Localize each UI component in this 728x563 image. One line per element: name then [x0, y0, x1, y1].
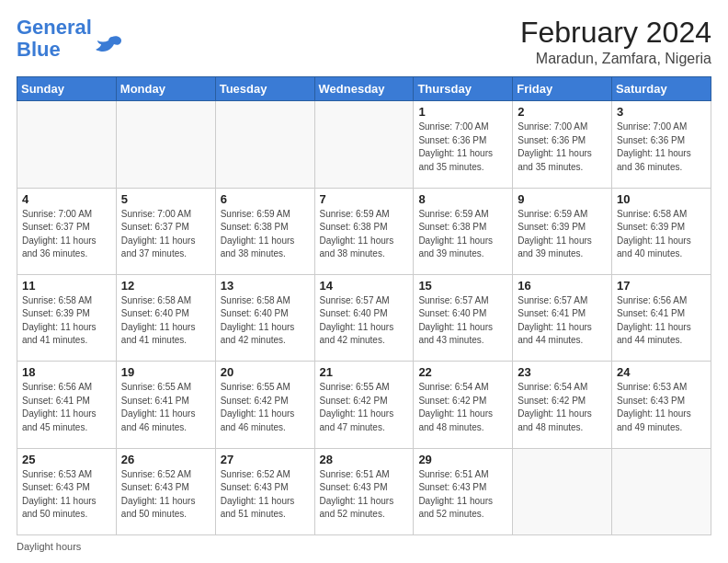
calendar-cell: 25Sunrise: 6:53 AM Sunset: 6:43 PM Dayli…: [17, 448, 117, 534]
day-number: 18: [22, 365, 111, 379]
day-info: Sunrise: 7:00 AM Sunset: 6:36 PM Dayligh…: [518, 121, 607, 174]
day-number: 25: [22, 453, 111, 466]
day-info: Sunrise: 6:52 AM Sunset: 6:43 PM Dayligh…: [221, 468, 310, 522]
day-number: 26: [121, 453, 210, 466]
day-number: 9: [518, 192, 607, 206]
logo-blue: Blue: [17, 38, 61, 61]
calendar-header-cell: Wednesday: [314, 77, 414, 101]
calendar-cell: 10Sunrise: 6:58 AM Sunset: 6:39 PM Dayli…: [612, 188, 711, 274]
day-number: 7: [320, 192, 409, 206]
day-number: 22: [418, 365, 507, 379]
calendar-cell: 22Sunrise: 6:54 AM Sunset: 6:42 PM Dayli…: [414, 362, 513, 448]
day-info: Sunrise: 6:59 AM Sunset: 6:39 PM Dayligh…: [518, 208, 607, 261]
calendar-cell: [314, 101, 414, 188]
day-info: Sunrise: 6:58 AM Sunset: 6:40 PM Dayligh…: [121, 294, 210, 348]
calendar-header-cell: Sunday: [17, 77, 117, 101]
calendar-header-cell: Saturday: [612, 77, 711, 101]
calendar-cell: 17Sunrise: 6:56 AM Sunset: 6:41 PM Dayli…: [612, 274, 711, 361]
calendar-cell: 28Sunrise: 6:51 AM Sunset: 6:43 PM Dayli…: [314, 448, 414, 534]
day-number: 17: [617, 279, 706, 293]
header: General Blue February 2024 Maradun, Zamf…: [17, 17, 711, 67]
calendar-cell: 2Sunrise: 7:00 AM Sunset: 6:36 PM Daylig…: [513, 101, 612, 188]
day-info: Sunrise: 6:59 AM Sunset: 6:38 PM Dayligh…: [221, 208, 310, 261]
logo-text: General Blue: [17, 17, 92, 61]
day-info: Sunrise: 6:59 AM Sunset: 6:38 PM Dayligh…: [320, 208, 409, 261]
day-number: 6: [221, 192, 310, 206]
day-number: 27: [221, 453, 310, 466]
calendar-cell: 4Sunrise: 7:00 AM Sunset: 6:37 PM Daylig…: [17, 188, 117, 274]
day-info: Sunrise: 6:58 AM Sunset: 6:40 PM Dayligh…: [221, 294, 310, 348]
day-number: 23: [518, 365, 607, 379]
day-info: Sunrise: 6:56 AM Sunset: 6:41 PM Dayligh…: [22, 381, 111, 434]
day-info: Sunrise: 6:52 AM Sunset: 6:43 PM Dayligh…: [121, 468, 210, 522]
day-info: Sunrise: 7:00 AM Sunset: 6:37 PM Dayligh…: [121, 208, 210, 261]
day-info: Sunrise: 6:54 AM Sunset: 6:42 PM Dayligh…: [418, 381, 507, 434]
day-info: Sunrise: 6:54 AM Sunset: 6:42 PM Dayligh…: [518, 381, 607, 434]
calendar-header-cell: Monday: [116, 77, 215, 101]
logo: General Blue: [17, 17, 123, 61]
calendar-week-row: 18Sunrise: 6:56 AM Sunset: 6:41 PM Dayli…: [17, 362, 711, 448]
calendar-cell: [116, 101, 215, 188]
subtitle: Maradun, Zamfara, Nigeria: [520, 51, 711, 67]
day-number: 13: [221, 279, 310, 293]
day-info: Sunrise: 6:53 AM Sunset: 6:43 PM Dayligh…: [617, 381, 706, 434]
calendar-cell: 14Sunrise: 6:57 AM Sunset: 6:40 PM Dayli…: [314, 274, 414, 361]
day-number: 5: [121, 192, 210, 206]
day-info: Sunrise: 6:57 AM Sunset: 6:41 PM Dayligh…: [518, 294, 607, 348]
calendar-header-cell: Friday: [513, 77, 612, 101]
calendar-cell: 8Sunrise: 6:59 AM Sunset: 6:38 PM Daylig…: [414, 188, 513, 274]
calendar-cell: 7Sunrise: 6:59 AM Sunset: 6:38 PM Daylig…: [314, 188, 414, 274]
day-number: 14: [320, 279, 409, 293]
calendar-cell: 11Sunrise: 6:58 AM Sunset: 6:39 PM Dayli…: [17, 274, 117, 361]
day-info: Sunrise: 6:56 AM Sunset: 6:41 PM Dayligh…: [617, 294, 706, 348]
day-info: Sunrise: 6:59 AM Sunset: 6:38 PM Dayligh…: [418, 208, 507, 261]
logo-general: General: [17, 16, 92, 39]
calendar-cell: 27Sunrise: 6:52 AM Sunset: 6:43 PM Dayli…: [215, 448, 314, 534]
day-info: Sunrise: 6:58 AM Sunset: 6:39 PM Dayligh…: [617, 208, 706, 261]
calendar-cell: 21Sunrise: 6:55 AM Sunset: 6:42 PM Dayli…: [314, 362, 414, 448]
title-block: February 2024 Maradun, Zamfara, Nigeria: [520, 17, 711, 67]
day-number: 8: [418, 192, 507, 206]
calendar-week-row: 1Sunrise: 7:00 AM Sunset: 6:36 PM Daylig…: [17, 101, 711, 188]
calendar-cell: [612, 448, 711, 534]
day-info: Sunrise: 6:53 AM Sunset: 6:43 PM Dayligh…: [22, 468, 111, 522]
calendar-cell: 16Sunrise: 6:57 AM Sunset: 6:41 PM Dayli…: [513, 274, 612, 361]
calendar-header-cell: Thursday: [414, 77, 513, 101]
calendar-week-row: 11Sunrise: 6:58 AM Sunset: 6:39 PM Dayli…: [17, 274, 711, 361]
day-info: Sunrise: 6:55 AM Sunset: 6:41 PM Dayligh…: [121, 381, 210, 434]
day-number: 2: [518, 105, 607, 119]
calendar-cell: 13Sunrise: 6:58 AM Sunset: 6:40 PM Dayli…: [215, 274, 314, 361]
page: General Blue February 2024 Maradun, Zamf…: [0, 0, 728, 563]
calendar-table: SundayMondayTuesdayWednesdayThursdayFrid…: [17, 76, 711, 535]
day-number: 12: [121, 279, 210, 293]
day-info: Sunrise: 6:55 AM Sunset: 6:42 PM Dayligh…: [320, 381, 409, 434]
day-number: 10: [617, 192, 706, 206]
day-number: 16: [518, 279, 607, 293]
day-number: 1: [418, 105, 507, 119]
calendar-cell: [17, 101, 117, 188]
day-number: 24: [617, 365, 706, 379]
day-number: 19: [121, 365, 210, 379]
calendar-cell: 20Sunrise: 6:55 AM Sunset: 6:42 PM Dayli…: [215, 362, 314, 448]
calendar-cell: 12Sunrise: 6:58 AM Sunset: 6:40 PM Dayli…: [116, 274, 215, 361]
day-info: Sunrise: 6:51 AM Sunset: 6:43 PM Dayligh…: [418, 468, 507, 522]
day-info: Sunrise: 6:55 AM Sunset: 6:42 PM Dayligh…: [221, 381, 310, 434]
calendar-cell: 26Sunrise: 6:52 AM Sunset: 6:43 PM Dayli…: [116, 448, 215, 534]
calendar-cell: 1Sunrise: 7:00 AM Sunset: 6:36 PM Daylig…: [414, 101, 513, 188]
day-info: Sunrise: 6:58 AM Sunset: 6:39 PM Dayligh…: [22, 294, 111, 348]
day-number: 20: [221, 365, 310, 379]
day-number: 29: [418, 453, 507, 466]
footer-note: Daylight hours: [17, 541, 711, 552]
calendar-week-row: 25Sunrise: 6:53 AM Sunset: 6:43 PM Dayli…: [17, 448, 711, 534]
main-title: February 2024: [520, 17, 711, 49]
day-info: Sunrise: 7:00 AM Sunset: 6:36 PM Dayligh…: [418, 121, 507, 174]
calendar-cell: 24Sunrise: 6:53 AM Sunset: 6:43 PM Dayli…: [612, 362, 711, 448]
calendar-cell: [513, 448, 612, 534]
day-number: 11: [22, 279, 111, 293]
day-info: Sunrise: 7:00 AM Sunset: 6:37 PM Dayligh…: [22, 208, 111, 261]
day-info: Sunrise: 7:00 AM Sunset: 6:36 PM Dayligh…: [617, 121, 706, 174]
calendar-cell: [215, 101, 314, 188]
calendar-cell: 29Sunrise: 6:51 AM Sunset: 6:43 PM Dayli…: [414, 448, 513, 534]
logo-bird-icon: [96, 35, 123, 55]
day-number: 15: [418, 279, 507, 293]
